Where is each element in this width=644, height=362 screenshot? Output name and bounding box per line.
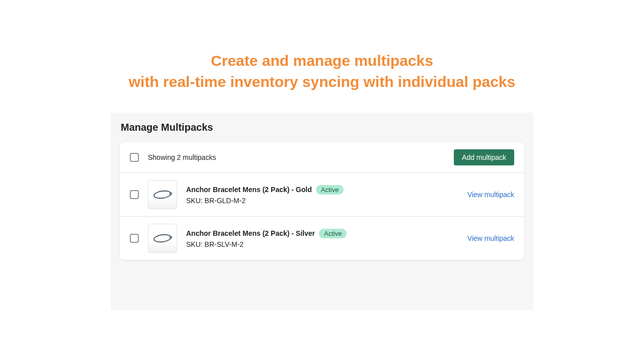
table-row: Anchor Bracelet Mens (2 Pack) - Silver A…	[120, 217, 524, 260]
view-multipack-link[interactable]: View multipack	[467, 191, 514, 199]
card-header: Showing 2 multipacks Add multipack	[120, 142, 524, 173]
bracelet-icon	[153, 190, 172, 200]
manage-multipacks-panel: Manage Multipacks Showing 2 multipacks A…	[111, 113, 533, 310]
product-thumbnail	[148, 224, 177, 253]
product-title: Anchor Bracelet Mens (2 Pack) - Gold	[186, 186, 312, 194]
showing-count: Showing 2 multipacks	[148, 153, 454, 161]
multipacks-card: Showing 2 multipacks Add multipack Ancho…	[120, 142, 524, 260]
add-multipack-button[interactable]: Add multipack	[454, 149, 514, 165]
status-badge: Active	[316, 185, 344, 195]
product-sku: SKU: BR-GLD-M-2	[186, 197, 467, 205]
select-all-checkbox[interactable]	[130, 153, 139, 162]
view-multipack-link[interactable]: View multipack	[467, 234, 514, 242]
headline-line-2: with real-time inventory syncing with in…	[129, 73, 516, 90]
page-headline: Create and manage multipacks with real-t…	[0, 0, 644, 113]
row-content: Anchor Bracelet Mens (2 Pack) - Gold Act…	[186, 185, 467, 205]
headline-line-1: Create and manage multipacks	[211, 52, 433, 69]
product-sku: SKU: BR-SLV-M-2	[186, 240, 467, 248]
row-checkbox[interactable]	[130, 190, 139, 199]
product-title: Anchor Bracelet Mens (2 Pack) - Silver	[186, 229, 315, 237]
row-content: Anchor Bracelet Mens (2 Pack) - Silver A…	[186, 229, 467, 248]
row-title-line: Anchor Bracelet Mens (2 Pack) - Gold Act…	[186, 185, 467, 195]
table-row: Anchor Bracelet Mens (2 Pack) - Gold Act…	[120, 173, 524, 217]
bracelet-icon	[153, 233, 172, 244]
product-thumbnail	[148, 180, 177, 209]
status-badge: Active	[319, 229, 347, 238]
panel-title: Manage Multipacks	[120, 122, 524, 133]
row-title-line: Anchor Bracelet Mens (2 Pack) - Silver A…	[186, 229, 467, 238]
row-checkbox[interactable]	[130, 234, 139, 243]
